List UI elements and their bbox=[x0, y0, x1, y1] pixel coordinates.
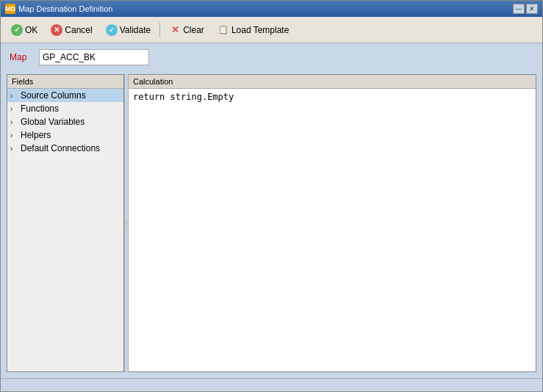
calculation-panel: Calculation return string.Empty bbox=[129, 74, 536, 372]
toolbar: ✓ OK ✕ Cancel ✓ Validate ✕ Clear 📋 bbox=[1, 17, 542, 43]
title-bar: MD Map Destination Definition — ✕ bbox=[1, 1, 542, 17]
expand-icon-5: › bbox=[10, 145, 19, 153]
map-input[interactable] bbox=[39, 49, 149, 65]
field-label-4: Helpers bbox=[21, 130, 51, 140]
toolbar-separator bbox=[159, 23, 160, 37]
list-item[interactable]: › Default Connections bbox=[7, 142, 123, 155]
title-bar-left: MD Map Destination Definition bbox=[5, 4, 112, 14]
expand-icon-4: › bbox=[10, 131, 19, 139]
expand-icon-3: › bbox=[10, 118, 19, 126]
cancel-button[interactable]: ✕ Cancel bbox=[45, 21, 98, 39]
window-icon: MD bbox=[5, 4, 15, 14]
clear-button[interactable]: ✕ Clear bbox=[163, 21, 210, 39]
field-label-1: Source Columns bbox=[21, 90, 86, 101]
field-label-2: Functions bbox=[21, 104, 59, 114]
minimize-button[interactable]: — bbox=[513, 4, 525, 14]
list-item[interactable]: › Helpers bbox=[7, 128, 123, 142]
ok-icon: ✓ bbox=[11, 24, 23, 36]
map-row: Map bbox=[1, 43, 542, 71]
main-content: Fields › Source Columns › Functions › Gl… bbox=[1, 71, 542, 378]
expand-icon-1: › bbox=[10, 92, 19, 100]
calculation-panel-header: Calculation bbox=[129, 75, 536, 89]
field-label-3: Global Variables bbox=[21, 117, 84, 127]
calculation-content[interactable]: return string.Empty bbox=[129, 89, 536, 371]
list-item[interactable]: › Source Columns bbox=[7, 89, 123, 102]
load-template-icon: 📋 bbox=[217, 24, 229, 36]
list-item[interactable]: › Global Variables bbox=[7, 115, 123, 128]
window-title: Map Destination Definition bbox=[18, 4, 112, 13]
main-window: MD Map Destination Definition — ✕ ✓ OK ✕… bbox=[0, 0, 543, 392]
title-bar-controls: — ✕ bbox=[513, 4, 538, 14]
list-item[interactable]: › Functions bbox=[7, 102, 123, 115]
ok-button[interactable]: ✓ OK bbox=[5, 21, 43, 39]
map-label: Map bbox=[10, 52, 32, 62]
validate-button[interactable]: ✓ Validate bbox=[100, 21, 157, 39]
clear-icon: ✕ bbox=[169, 24, 181, 36]
fields-panel-header: Fields bbox=[7, 75, 123, 89]
expand-icon-2: › bbox=[10, 105, 19, 113]
validate-icon: ✓ bbox=[106, 24, 118, 36]
load-template-button[interactable]: 📋 Load Template bbox=[212, 21, 295, 39]
fields-list: › Source Columns › Functions › Global Va… bbox=[7, 89, 123, 371]
close-button[interactable]: ✕ bbox=[526, 4, 538, 14]
field-label-5: Default Connections bbox=[21, 143, 100, 153]
cancel-icon: ✕ bbox=[51, 24, 62, 36]
status-bar bbox=[1, 378, 542, 391]
fields-panel: Fields › Source Columns › Functions › Gl… bbox=[7, 74, 124, 372]
